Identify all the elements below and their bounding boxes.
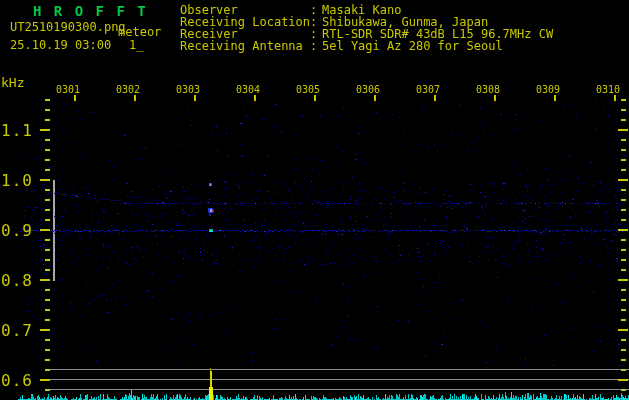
axis-tick <box>621 99 626 101</box>
axis-tick <box>40 229 50 231</box>
axis-tick <box>45 239 50 241</box>
axis-tick <box>45 99 50 101</box>
x-axis-time-label: 0306 <box>356 84 386 95</box>
time-axis-tick <box>434 95 436 101</box>
axis-tick <box>45 289 50 291</box>
axis-tick <box>45 389 50 391</box>
axis-tick <box>45 199 50 201</box>
x-axis-time-label: 0302 <box>116 84 146 95</box>
axis-tick <box>45 189 50 191</box>
y-axis-unit-label: kHz <box>1 76 24 89</box>
x-axis-time-label: 0309 <box>536 84 566 95</box>
axis-tick <box>621 289 626 291</box>
axis-tick <box>45 119 50 121</box>
axis-tick <box>621 139 626 141</box>
axis-tick <box>621 239 626 241</box>
axis-tick <box>621 269 626 271</box>
x-axis-time-label: 0305 <box>296 84 326 95</box>
axis-tick <box>45 309 50 311</box>
x-axis-time-label: 0310 <box>596 84 626 95</box>
axis-tick <box>621 169 626 171</box>
axis-tick <box>45 149 50 151</box>
axis-tick <box>621 389 626 391</box>
echo-counter-label: 1_ <box>129 39 143 51</box>
axis-tick <box>40 329 50 331</box>
axis-tick <box>621 219 626 221</box>
axis-tick <box>618 279 628 281</box>
spectrogram-canvas <box>0 0 629 400</box>
axis-tick <box>45 159 50 161</box>
axis-tick <box>621 319 626 321</box>
axis-tick <box>45 319 50 321</box>
axis-tick <box>40 379 50 381</box>
axis-tick <box>621 199 626 201</box>
x-axis-time-label: 0307 <box>416 84 446 95</box>
axis-tick <box>621 359 626 361</box>
axis-tick <box>618 329 628 331</box>
axis-tick <box>45 369 50 371</box>
y-axis-tick-label: 1.0 <box>1 173 45 188</box>
axis-tick <box>45 219 50 221</box>
app-title: H R O F F T <box>33 3 148 19</box>
x-axis-time-label: 0303 <box>176 84 206 95</box>
axis-tick <box>621 369 626 371</box>
y-axis-tick-label: 1.1 <box>1 123 45 138</box>
info-value: 5el Yagi Az 280 for Seoul <box>322 39 503 53</box>
axis-tick <box>621 109 626 111</box>
axis-tick <box>45 169 50 171</box>
x-axis-time-label: 0304 <box>236 84 266 95</box>
axis-tick <box>45 269 50 271</box>
time-axis-tick <box>374 95 376 101</box>
axis-tick <box>45 359 50 361</box>
time-axis-tick <box>134 95 136 101</box>
axis-tick <box>621 259 626 261</box>
info-label: Receiving Antenna <box>180 40 310 52</box>
axis-tick <box>45 339 50 341</box>
time-axis-tick <box>254 95 256 101</box>
axis-tick <box>45 249 50 251</box>
time-axis-tick <box>194 95 196 101</box>
station-label: meteor <box>118 26 161 38</box>
axis-tick <box>40 179 50 181</box>
datetime-label: 25.10.19 03:00 <box>10 39 111 51</box>
y-axis-tick-label: 0.9 <box>1 223 45 238</box>
axis-tick <box>45 209 50 211</box>
axis-tick <box>40 129 50 131</box>
axis-tick <box>45 139 50 141</box>
time-axis-tick <box>554 95 556 101</box>
time-axis-tick <box>614 95 616 101</box>
y-axis-tick-label: 0.6 <box>1 373 45 388</box>
axis-tick <box>621 189 626 191</box>
hrofft-screen: H R O F F T UT2510190300.png meteor 25.1… <box>0 0 629 400</box>
axis-tick <box>621 339 626 341</box>
x-axis-time-label: 0301 <box>56 84 86 95</box>
axis-tick <box>45 349 50 351</box>
axis-tick <box>618 229 628 231</box>
time-axis-tick <box>314 95 316 101</box>
axis-tick <box>621 149 626 151</box>
axis-tick <box>45 109 50 111</box>
x-axis-time-label: 0308 <box>476 84 506 95</box>
axis-tick <box>621 309 626 311</box>
axis-tick <box>45 299 50 301</box>
info-row: Receiving Antenna:5el Yagi Az 280 for Se… <box>180 40 503 52</box>
axis-tick <box>621 349 626 351</box>
filename-label: UT2510190300.png <box>10 21 126 33</box>
y-axis-tick-label: 0.8 <box>1 273 45 288</box>
axis-tick <box>45 259 50 261</box>
axis-tick <box>618 129 628 131</box>
time-axis-tick <box>74 95 76 101</box>
axis-tick <box>621 159 626 161</box>
info-separator: : <box>310 40 322 52</box>
axis-tick <box>618 379 628 381</box>
y-axis-tick-label: 0.7 <box>1 323 45 338</box>
axis-tick <box>618 179 628 181</box>
axis-tick <box>621 299 626 301</box>
axis-tick <box>621 119 626 121</box>
axis-tick <box>40 279 50 281</box>
axis-tick <box>621 209 626 211</box>
time-axis-tick <box>494 95 496 101</box>
axis-tick <box>621 249 626 251</box>
